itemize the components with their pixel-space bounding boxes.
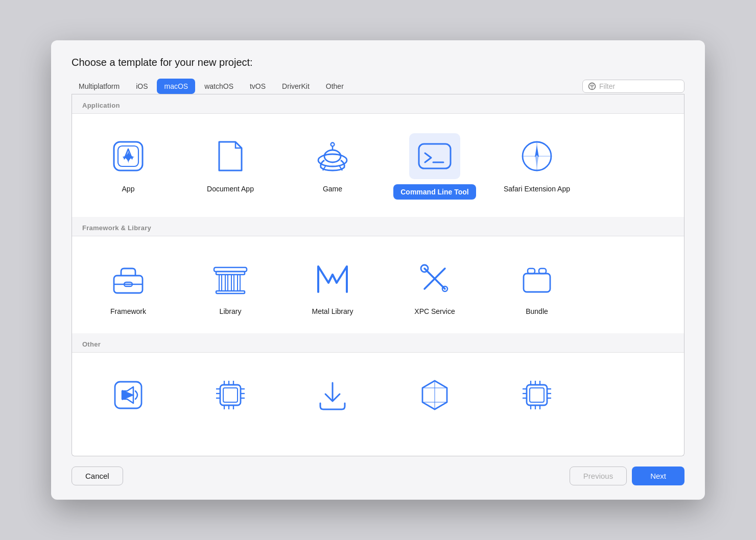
chip1-icon-wrap xyxy=(205,372,256,418)
xpc-service-label: XPC Service xyxy=(414,307,455,316)
template-bundle[interactable]: Bundle xyxy=(486,247,588,323)
template-chip1[interactable] xyxy=(179,363,281,430)
next-button[interactable]: Next xyxy=(632,467,684,485)
svg-rect-28 xyxy=(225,275,228,291)
library-icon-wrap xyxy=(205,256,256,302)
tab-multiplatform[interactable]: Multiplatform xyxy=(72,79,127,94)
bundle-icon-wrap xyxy=(511,256,562,302)
filter-wrap xyxy=(582,80,684,93)
game-icon-wrap xyxy=(307,133,358,179)
audio-unit-icon-wrap xyxy=(103,372,154,418)
safari-extension-app-icon-wrap xyxy=(511,133,562,179)
content-area: Application ✦ App xyxy=(72,94,684,456)
download-icon-wrap xyxy=(307,372,358,418)
template-document-app[interactable]: Document App xyxy=(179,124,281,207)
svg-rect-30 xyxy=(238,275,240,291)
svg-rect-59 xyxy=(530,388,544,402)
section-framework-header: Framework & Library xyxy=(72,217,684,236)
xpc-service-icon-wrap xyxy=(409,256,460,302)
library-label: Library xyxy=(220,307,242,316)
filter-input[interactable] xyxy=(599,82,679,90)
bottom-bar: Cancel Previous Next xyxy=(72,467,684,485)
svg-rect-37 xyxy=(539,268,546,274)
section-other-header: Other xyxy=(72,333,684,352)
cancel-button[interactable]: Cancel xyxy=(72,467,123,485)
svg-point-11 xyxy=(331,143,335,146)
svg-rect-14 xyxy=(419,144,451,168)
template-safari-extension-app[interactable]: Safari Extension App xyxy=(486,124,588,207)
tabs-row: Multiplatform iOS macOS watchOS tvOS Dri… xyxy=(72,79,684,94)
game-label: Game xyxy=(323,184,342,193)
tab-other[interactable]: Other xyxy=(319,79,351,94)
svg-rect-27 xyxy=(219,275,222,291)
safari-extension-app-label: Safari Extension App xyxy=(504,184,570,193)
document-app-label: Document App xyxy=(207,184,254,193)
dialog-title: Choose a template for your new project: xyxy=(72,57,684,68)
tab-ios[interactable]: iOS xyxy=(129,79,155,94)
tab-list: Multiplatform iOS macOS watchOS tvOS Dri… xyxy=(72,79,582,94)
template-game[interactable]: Game xyxy=(281,124,384,207)
nav-buttons: Previous Next xyxy=(570,467,684,485)
tab-tvos[interactable]: tvOS xyxy=(243,79,273,94)
section-application-grid: ✦ App xyxy=(72,113,684,217)
chip2-icon-wrap xyxy=(511,372,562,418)
metal-library-label: Metal Library xyxy=(312,307,353,316)
section-application-header: Application xyxy=(72,94,684,113)
svg-rect-35 xyxy=(524,274,550,292)
svg-point-9 xyxy=(324,150,341,162)
bundle-label: Bundle xyxy=(526,307,548,316)
template-framework[interactable]: Framework xyxy=(77,247,179,323)
app-icon-wrap: ✦ xyxy=(103,133,154,179)
dialog: Choose a template for your new project: … xyxy=(51,40,705,500)
template-library[interactable]: Library xyxy=(179,247,281,323)
framework-icon-wrap xyxy=(103,256,154,302)
template-command-line-tool[interactable]: Command Line Tool xyxy=(384,124,486,207)
template-metal-library[interactable]: Metal Library xyxy=(281,247,384,323)
section-other-grid xyxy=(72,352,684,440)
scenekit-icon-wrap xyxy=(409,372,460,418)
previous-button[interactable]: Previous xyxy=(570,467,627,485)
filter-icon xyxy=(588,82,596,90)
svg-rect-26 xyxy=(214,267,247,272)
svg-rect-41 xyxy=(223,388,238,402)
template-chip2[interactable] xyxy=(486,363,588,430)
tab-macos[interactable]: macOS xyxy=(157,79,195,94)
template-scenekit[interactable] xyxy=(384,363,486,430)
template-download[interactable] xyxy=(281,363,384,430)
app-label: App xyxy=(122,184,135,193)
svg-rect-36 xyxy=(528,268,535,274)
command-line-tool-label: Command Line Tool xyxy=(393,184,476,200)
section-framework-grid: Framework xyxy=(72,236,684,333)
template-app[interactable]: ✦ App xyxy=(77,124,179,207)
svg-rect-29 xyxy=(231,275,234,291)
framework-label: Framework xyxy=(110,307,146,316)
template-xpc-service[interactable]: XPC Service xyxy=(384,247,486,323)
svg-point-8 xyxy=(318,154,347,166)
document-app-icon-wrap xyxy=(205,133,256,179)
template-audio-unit[interactable] xyxy=(77,363,179,430)
tab-driverkit[interactable]: DriverKit xyxy=(275,79,317,94)
command-line-tool-icon-wrap xyxy=(409,133,460,179)
tab-watchos[interactable]: watchOS xyxy=(197,79,241,94)
metal-library-icon-wrap xyxy=(307,256,358,302)
